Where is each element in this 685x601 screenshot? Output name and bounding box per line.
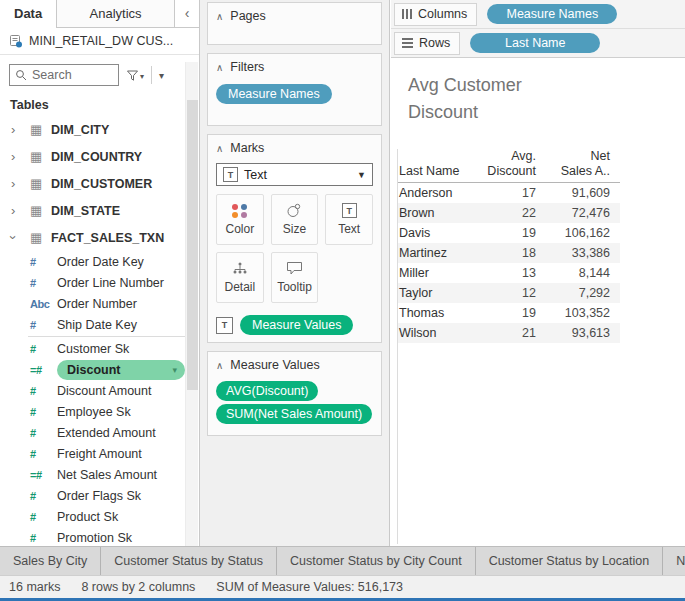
field-order-flags-sk[interactable]: # Order Flags Sk (0, 485, 199, 506)
field-ship-date-key[interactable]: # Ship Date Key (0, 314, 199, 335)
field-order-number[interactable]: Abc Order Number (0, 293, 199, 314)
field-discount-amount[interactable]: # Discount Amount (0, 380, 199, 401)
field-customer-sk[interactable]: # Customer Sk (0, 338, 199, 359)
sidebar-scrollbar[interactable] (185, 62, 198, 546)
funnel-caret-icon: ▾ (140, 72, 144, 82)
view-options-icon[interactable]: ▾ (159, 70, 164, 81)
status-table-dimensions: 8 rows by 2 columns (81, 580, 195, 594)
scrollbar-thumb[interactable] (187, 100, 198, 390)
field-discount-selected[interactable]: =# Discount ▾ (0, 359, 199, 380)
table-item-dim-state[interactable]: › ▦ DIM_STATE (0, 197, 199, 224)
number-icon: # (30, 385, 57, 397)
header-net-sales: NetSales A.. (536, 149, 616, 179)
status-marks-count: 16 marks (9, 580, 60, 594)
color-button[interactable]: Color (216, 194, 264, 245)
expand-icon[interactable]: › (11, 176, 30, 191)
sheet-tab-customer-status-by-location[interactable]: Customer Status by Location (476, 547, 664, 575)
table-row[interactable]: Taylor 12 7,292 (398, 283, 620, 303)
table-item-fact-sales-txn[interactable]: › ▦ FACT_SALES_TXN (0, 224, 199, 251)
sheet-tab-net-sales[interactable]: Net Sales (663, 547, 685, 575)
filters-card: ∧ Filters Measure Names (207, 53, 382, 126)
collapse-card-icon[interactable]: ∧ (216, 360, 223, 371)
columns-shelf-label-box: Columns (394, 3, 477, 26)
size-button[interactable]: Size (271, 194, 319, 245)
rows-shelf[interactable]: Rows Last Name (391, 29, 685, 58)
header-avg-discount: Avg.Discount (460, 149, 536, 179)
filter-fields-button[interactable]: ▾ (126, 69, 144, 82)
selected-field-pill[interactable]: Discount ▾ (57, 360, 185, 380)
pages-card: ∧ Pages (207, 2, 382, 45)
tables-section-label: Tables (0, 94, 199, 116)
table-row[interactable]: Thomas 19 103,352 (398, 303, 620, 323)
filter-pill-measure-names[interactable]: Measure Names (216, 84, 332, 104)
field-employee-sk[interactable]: # Employee Sk (0, 401, 199, 422)
pill-avg-discount[interactable]: AVG(Discount) (216, 381, 318, 401)
expand-icon[interactable]: › (11, 122, 30, 137)
search-input-box[interactable] (9, 64, 119, 86)
collapse-card-icon[interactable]: ∧ (216, 143, 223, 154)
tab-analytics[interactable]: Analytics (57, 0, 175, 27)
field-promotion-sk[interactable]: # Promotion Sk (0, 527, 199, 546)
number-icon: # (30, 277, 57, 289)
table-row[interactable]: Davis 19 106,162 (398, 223, 620, 243)
table-row[interactable]: Wilson 21 93,613 (398, 323, 620, 343)
sheet-tab-sales-by-city[interactable]: Sales By City (0, 547, 101, 575)
number-icon: # (30, 343, 57, 355)
expand-icon[interactable]: › (11, 149, 30, 164)
datasource-row[interactable]: MINI_RETAIL_DW CUS... (0, 28, 199, 55)
collapse-card-icon[interactable]: ∧ (216, 11, 223, 22)
field-order-date-key[interactable]: # Order Date Key (0, 251, 199, 272)
measure-values-card-title: Measure Values (230, 358, 319, 372)
columns-shelf[interactable]: Columns Measure Names (391, 0, 685, 29)
pill-sum-net-sales-amount[interactable]: SUM(Net Sales Amount) (216, 404, 372, 424)
collapse-card-icon[interactable]: ∧ (216, 62, 223, 73)
divider (151, 66, 152, 84)
tables-tree: › ▦ DIM_CITY › ▦ DIM_COUNTRY › ▦ DIM_CUS… (0, 116, 199, 546)
measure-values-card: ∧ Measure Values AVG(Discount) SUM(Net S… (207, 351, 382, 436)
number-icon: # (30, 406, 57, 418)
table-item-dim-country[interactable]: › ▦ DIM_COUNTRY (0, 143, 199, 170)
field-extended-amount[interactable]: # Extended Amount (0, 422, 199, 443)
detail-button[interactable]: Detail (216, 252, 264, 303)
data-pane: Data Analytics ‹ MINI_RETAIL_DW CUS... ▾ (0, 0, 200, 546)
field-net-sales-amount[interactable]: =# Net Sales Amount (0, 464, 199, 485)
status-sum-measure-values: SUM of Measure Values: 516,173 (216, 580, 403, 594)
search-icon (15, 69, 27, 81)
table-row[interactable]: Martinez 18 33,386 (398, 243, 620, 263)
field-menu-caret-icon[interactable]: ▾ (172, 365, 177, 375)
datasource-name: MINI_RETAIL_DW CUS... (29, 34, 173, 48)
table-item-dim-customer[interactable]: › ▦ DIM_CUSTOMER (0, 170, 199, 197)
tab-data[interactable]: Data (0, 0, 57, 28)
search-input[interactable] (32, 68, 104, 82)
tooltip-icon (286, 261, 303, 276)
mark-type-dropdown[interactable]: T Text ▼ (216, 163, 373, 186)
table-icon: ▦ (30, 122, 51, 137)
table-row[interactable]: Anderson 17 91,609 (398, 183, 620, 203)
marks-pill-measure-values[interactable]: Measure Values (240, 315, 353, 335)
size-icon (286, 203, 302, 218)
table-row[interactable]: Miller 13 8,144 (398, 263, 620, 283)
collapse-pane-icon[interactable]: ‹ (175, 0, 199, 27)
collapse-icon[interactable]: › (11, 230, 30, 245)
expand-icon[interactable]: › (11, 203, 30, 218)
columns-pill-measure-names[interactable]: Measure Names (487, 4, 617, 24)
text-button[interactable]: T Text (325, 194, 373, 245)
datasource-icon (9, 34, 23, 48)
dropdown-caret-icon: ▼ (357, 170, 366, 180)
pages-card-title: Pages (230, 9, 265, 23)
number-icon: # (30, 256, 57, 268)
field-product-sk[interactable]: # Product Sk (0, 506, 199, 527)
field-freight-amount[interactable]: # Freight Amount (0, 443, 199, 464)
rows-icon (402, 38, 413, 48)
tooltip-button[interactable]: Tooltip (271, 252, 319, 303)
table-item-dim-city[interactable]: › ▦ DIM_CITY (0, 116, 199, 143)
sheet-tab-customer-status-by-city-count[interactable]: Customer Status by City Count (277, 547, 476, 575)
number-icon: # (30, 427, 57, 439)
number-icon: # (30, 490, 57, 502)
field-order-line-number[interactable]: # Order Line Number (0, 272, 199, 293)
text-icon: T (342, 203, 357, 218)
sheet-tab-customer-status-by-status[interactable]: Customer Status by Status (101, 547, 277, 575)
rows-pill-last-name[interactable]: Last Name (470, 33, 600, 53)
table-row[interactable]: Brown 22 72,476 (398, 203, 620, 223)
sheet-tab-bar: Sales By City Customer Status by Status … (0, 546, 685, 575)
